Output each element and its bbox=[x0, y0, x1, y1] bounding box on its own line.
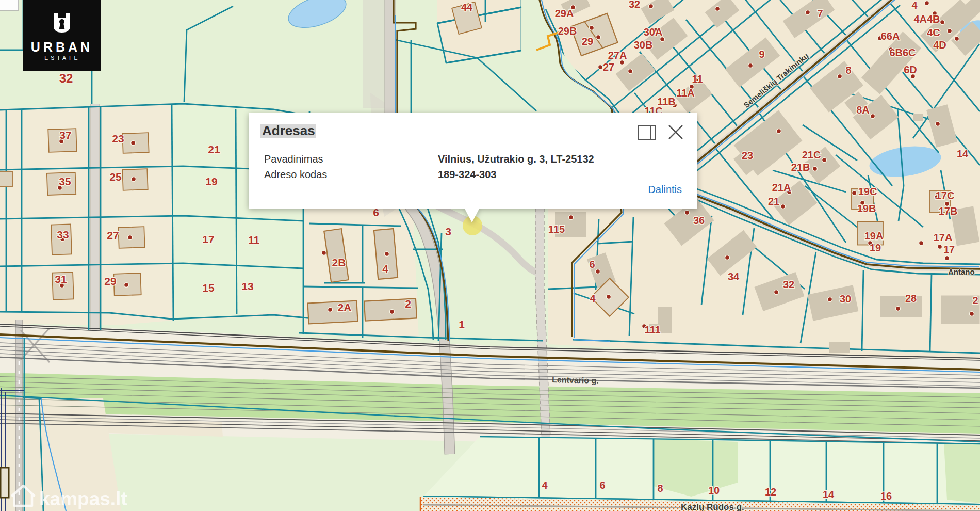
svg-text:6B6C: 6B6C bbox=[889, 47, 916, 58]
svg-text:29B: 29B bbox=[558, 25, 577, 37]
svg-text:31: 31 bbox=[55, 273, 67, 285]
svg-text:Adresas: Adresas bbox=[262, 123, 315, 138]
svg-text:32: 32 bbox=[629, 0, 640, 10]
svg-text:25: 25 bbox=[109, 171, 122, 183]
svg-text:6: 6 bbox=[589, 259, 595, 270]
svg-text:14: 14 bbox=[823, 489, 835, 500]
svg-text:16: 16 bbox=[880, 490, 892, 502]
svg-text:4D: 4D bbox=[933, 39, 946, 51]
svg-text:ESTATE: ESTATE bbox=[44, 55, 80, 61]
svg-text:Kazlų Rūdos g.: Kazlų Rūdos g. bbox=[681, 502, 744, 511]
svg-text:23: 23 bbox=[112, 133, 124, 145]
svg-text:32: 32 bbox=[783, 279, 794, 290]
svg-text:19A: 19A bbox=[864, 230, 884, 242]
svg-text:11A: 11A bbox=[676, 87, 695, 99]
svg-text:27: 27 bbox=[107, 229, 119, 241]
svg-text:19C: 19C bbox=[858, 186, 877, 197]
svg-text:19B: 19B bbox=[857, 203, 876, 214]
svg-text:115: 115 bbox=[548, 223, 565, 235]
svg-text:14: 14 bbox=[957, 148, 969, 159]
svg-text:34: 34 bbox=[728, 271, 740, 282]
svg-text:8: 8 bbox=[845, 65, 851, 76]
svg-text:Antano: Antano bbox=[948, 267, 975, 276]
svg-text:30: 30 bbox=[840, 293, 851, 305]
svg-text:19: 19 bbox=[870, 242, 881, 253]
svg-text:30A: 30A bbox=[644, 26, 663, 38]
svg-text:66A: 66A bbox=[881, 30, 900, 42]
svg-text:2: 2 bbox=[972, 295, 978, 306]
svg-text:4: 4 bbox=[382, 263, 388, 275]
svg-text:12: 12 bbox=[765, 486, 776, 498]
svg-text:17: 17 bbox=[943, 244, 955, 255]
svg-text:189-324-303: 189-324-303 bbox=[438, 169, 496, 180]
svg-text:17A: 17A bbox=[934, 232, 953, 243]
svg-text:19: 19 bbox=[205, 175, 217, 187]
svg-text:11: 11 bbox=[692, 73, 703, 85]
svg-text:10: 10 bbox=[708, 485, 720, 496]
svg-text:29: 29 bbox=[104, 275, 116, 287]
svg-text:21C: 21C bbox=[802, 149, 821, 161]
svg-text:17C: 17C bbox=[936, 190, 955, 201]
svg-text:13: 13 bbox=[241, 280, 253, 292]
svg-text:2A: 2A bbox=[338, 301, 352, 313]
svg-text:8A: 8A bbox=[856, 104, 870, 116]
svg-text:4: 4 bbox=[590, 293, 596, 304]
svg-text:3: 3 bbox=[445, 226, 451, 237]
svg-text:2B: 2B bbox=[332, 257, 346, 268]
svg-text:37: 37 bbox=[59, 129, 71, 141]
svg-text:30B: 30B bbox=[634, 39, 653, 51]
svg-text:17B: 17B bbox=[939, 205, 958, 217]
svg-text:kampas.lt: kampas.lt bbox=[39, 488, 127, 509]
svg-text:Adreso kodas: Adreso kodas bbox=[264, 169, 327, 180]
svg-text:21A: 21A bbox=[772, 182, 791, 193]
svg-text:17: 17 bbox=[202, 233, 214, 245]
svg-text:Dalintis: Dalintis bbox=[648, 184, 682, 195]
svg-text:Vilnius, Užutrakio g. 3, LT-25: Vilnius, Užutrakio g. 3, LT-25132 bbox=[438, 153, 594, 165]
svg-text:111: 111 bbox=[644, 324, 660, 336]
svg-text:21: 21 bbox=[208, 143, 220, 155]
svg-text:7: 7 bbox=[817, 8, 823, 19]
svg-text:8: 8 bbox=[657, 483, 663, 494]
svg-text:27: 27 bbox=[603, 61, 614, 73]
svg-text:1: 1 bbox=[459, 318, 465, 330]
svg-text:4: 4 bbox=[542, 480, 548, 491]
svg-text:4A4B: 4A4B bbox=[913, 13, 940, 25]
svg-text:4: 4 bbox=[911, 0, 918, 11]
svg-text:29: 29 bbox=[582, 36, 593, 47]
svg-text:36: 36 bbox=[693, 215, 705, 226]
svg-text:9: 9 bbox=[759, 49, 764, 60]
svg-text:URBAN: URBAN bbox=[31, 40, 93, 54]
svg-text:6: 6 bbox=[599, 480, 605, 491]
svg-text:2: 2 bbox=[405, 298, 411, 310]
svg-text:21: 21 bbox=[768, 196, 779, 207]
svg-text:27A: 27A bbox=[608, 50, 627, 61]
svg-text:29A: 29A bbox=[555, 8, 574, 19]
svg-text:11: 11 bbox=[248, 234, 260, 246]
svg-text:Pavadinimas: Pavadinimas bbox=[264, 153, 323, 165]
svg-text:35: 35 bbox=[59, 175, 71, 187]
svg-text:4C: 4C bbox=[927, 27, 940, 38]
svg-text:15: 15 bbox=[202, 282, 215, 294]
svg-text:23: 23 bbox=[742, 150, 753, 161]
svg-text:28: 28 bbox=[905, 293, 917, 304]
svg-text:33: 33 bbox=[57, 229, 69, 241]
svg-text:6D: 6D bbox=[904, 64, 917, 75]
svg-text:44: 44 bbox=[461, 2, 473, 13]
svg-text:21B: 21B bbox=[791, 162, 810, 173]
svg-text:Lentvario g.: Lentvario g. bbox=[552, 375, 599, 385]
svg-text:32: 32 bbox=[59, 71, 73, 85]
